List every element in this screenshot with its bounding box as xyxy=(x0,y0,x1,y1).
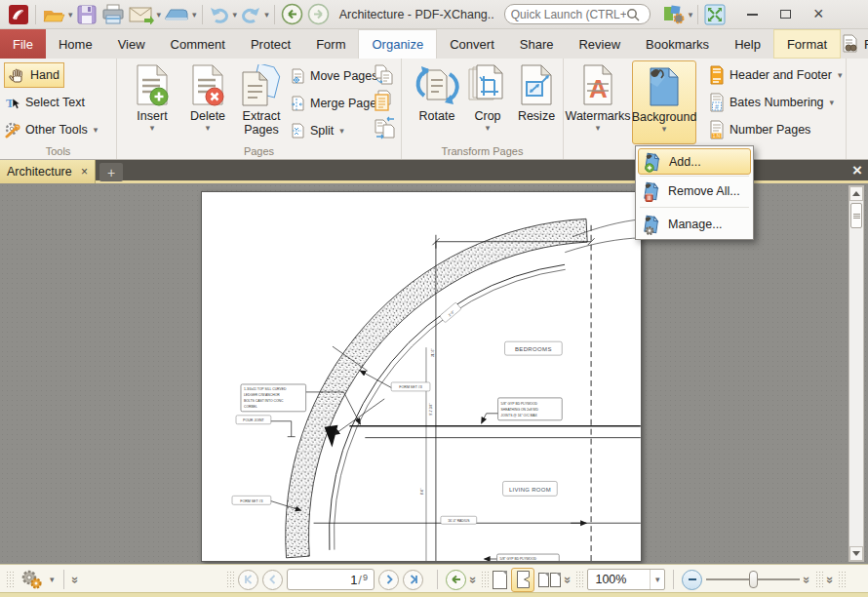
tab-organize[interactable]: Organize xyxy=(358,29,437,59)
scrollbar-thumb[interactable] xyxy=(850,203,862,228)
print-button[interactable] xyxy=(99,2,127,27)
tab-bookmarks[interactable]: Bookmarks xyxy=(633,29,722,59)
background-button[interactable]: Background ▾ xyxy=(632,60,696,144)
menu-item-remove-all[interactable]: Remove All... xyxy=(638,178,751,204)
zoom-options-chevron-icon[interactable]: » xyxy=(801,576,815,582)
duplicate-pages-button[interactable] xyxy=(373,62,396,88)
find-document-icon[interactable] xyxy=(841,34,860,54)
layout-options-chevron-icon[interactable]: » xyxy=(561,576,575,582)
first-page-button[interactable] xyxy=(238,570,258,590)
zoom-level-select[interactable]: 100% ▾ xyxy=(587,569,665,590)
minimize-button[interactable] xyxy=(735,3,769,26)
find-label[interactable]: Find... xyxy=(864,37,868,52)
watermarks-label: Watermarks xyxy=(566,110,631,124)
page-number-input[interactable]: 1/9 xyxy=(287,569,375,590)
previous-view-button[interactable] xyxy=(446,570,466,590)
resize-pages-button[interactable]: Resize xyxy=(509,60,564,142)
select-text-button[interactable]: T Select Text xyxy=(4,90,111,115)
split-icon xyxy=(289,123,305,139)
continuous-layout-button[interactable] xyxy=(511,568,534,592)
total-pages-value: 9 xyxy=(363,573,368,582)
scroll-up-button[interactable] xyxy=(849,186,863,201)
tab-review[interactable]: Review xyxy=(566,29,633,59)
tab-view[interactable]: View xyxy=(105,29,158,59)
tab-file[interactable]: File xyxy=(0,29,46,59)
zoom-slider[interactable] xyxy=(706,570,800,589)
maximize-button[interactable] xyxy=(769,3,802,26)
menu-item-manage[interactable]: Manage... xyxy=(638,211,751,237)
vertical-scrollbar[interactable] xyxy=(848,185,864,562)
split-label: Split xyxy=(310,124,334,138)
split-button[interactable]: Split ▾ xyxy=(289,118,345,143)
status-options-caret-icon[interactable]: ▾ xyxy=(50,575,55,584)
swap-pages-button[interactable] xyxy=(373,115,398,140)
document-canvas[interactable]: BEDROOMS LIVING ROOM FORM SET #3 FORM SE… xyxy=(0,183,868,564)
status-options-gear-icon[interactable] xyxy=(18,568,45,591)
expand-toolbar-icon[interactable]: » xyxy=(68,576,83,582)
menu-item-add[interactable]: Add... xyxy=(638,148,751,175)
delete-pages-button[interactable]: Delete ▾ xyxy=(180,60,235,142)
back-view-button[interactable] xyxy=(279,2,305,27)
forward-view-button[interactable] xyxy=(305,2,332,27)
fullscreen-button[interactable] xyxy=(702,2,728,27)
open-file-caret-icon[interactable]: ▾ xyxy=(68,10,73,20)
scroll-down-button[interactable] xyxy=(849,546,863,561)
statusbar-overflow-chevron-icon[interactable]: » xyxy=(823,576,838,582)
tab-form[interactable]: Form xyxy=(303,29,358,59)
tab-convert[interactable]: Convert xyxy=(437,29,507,59)
background-label: Background xyxy=(632,111,697,125)
view-history-chevron-icon[interactable]: » xyxy=(466,576,481,582)
ui-options-button[interactable] xyxy=(660,2,688,27)
new-tab-button[interactable]: + xyxy=(99,163,123,181)
number-pages-button[interactable]: 1.N Number Pages xyxy=(708,117,810,142)
tab-help[interactable]: Help xyxy=(722,29,773,59)
tab-protect[interactable]: Protect xyxy=(238,29,303,59)
move-pages-button[interactable]: Move Pages xyxy=(289,63,377,89)
insert-pages-button[interactable]: Insert ▾ xyxy=(125,60,179,142)
two-page-layout-button[interactable] xyxy=(538,573,561,587)
tab-comment[interactable]: Comment xyxy=(158,29,238,59)
document-tab-architecture[interactable]: Architecture × xyxy=(0,160,96,183)
next-page-button[interactable] xyxy=(378,570,399,590)
close-document-icon[interactable]: × xyxy=(852,160,862,180)
email-caret-icon[interactable]: ▾ xyxy=(157,10,162,20)
open-file-button[interactable] xyxy=(40,2,67,27)
pdf-page[interactable]: BEDROOMS LIVING ROOM FORM SET #3 FORM SE… xyxy=(201,191,642,562)
other-tools-label: Other Tools xyxy=(25,123,88,137)
single-page-layout-button[interactable] xyxy=(493,571,507,589)
extract-pages-button[interactable]: Extract Pages xyxy=(236,60,287,142)
watermarks-button[interactable]: A Watermarks ▾ xyxy=(568,60,628,142)
email-button[interactable] xyxy=(127,2,156,27)
header-footer-button[interactable]: Header and Footer ▾ xyxy=(708,62,843,88)
tab-format[interactable]: Format xyxy=(773,29,841,59)
zoom-caret-icon[interactable]: ▾ xyxy=(650,570,665,589)
undo-button[interactable] xyxy=(207,2,232,27)
tab-home[interactable]: Home xyxy=(46,29,105,59)
redo-caret-icon[interactable]: ▾ xyxy=(264,10,269,20)
bates-numbering-button[interactable]: # Bates Numbering ▾ xyxy=(708,90,835,115)
hand-tool-button[interactable]: Hand xyxy=(4,62,64,88)
undo-caret-icon[interactable]: ▾ xyxy=(233,10,238,20)
replace-pages-button[interactable] xyxy=(373,89,396,114)
zoom-slider-thumb[interactable] xyxy=(749,571,758,588)
quick-launch-box[interactable] xyxy=(504,4,651,24)
background-dropdown-menu: Add... Remove All... Manage... xyxy=(635,145,754,240)
close-button[interactable]: × xyxy=(802,3,835,26)
move-pages-label: Move Pages xyxy=(310,69,377,83)
tab-share[interactable]: Share xyxy=(507,29,567,59)
last-page-button[interactable] xyxy=(403,570,423,590)
other-tools-button[interactable]: Other Tools ▾ xyxy=(4,117,113,142)
merge-pages-button[interactable]: Merge Pages xyxy=(289,91,382,116)
quick-launch-input[interactable] xyxy=(511,8,626,21)
scanner-caret-icon[interactable]: ▾ xyxy=(192,10,197,20)
extract-pages-icon xyxy=(240,64,283,107)
ui-options-caret-icon[interactable]: ▾ xyxy=(689,10,693,20)
save-button[interactable] xyxy=(74,2,99,27)
tab-close-icon[interactable]: × xyxy=(81,165,88,179)
crop-pages-button[interactable]: Crop ▾ xyxy=(460,60,515,142)
scanner-button[interactable] xyxy=(162,2,191,27)
previous-page-button[interactable] xyxy=(262,570,283,590)
redo-button[interactable] xyxy=(238,2,263,27)
zoom-out-button[interactable] xyxy=(682,570,702,590)
rotate-pages-button[interactable]: Rotate xyxy=(410,60,464,142)
